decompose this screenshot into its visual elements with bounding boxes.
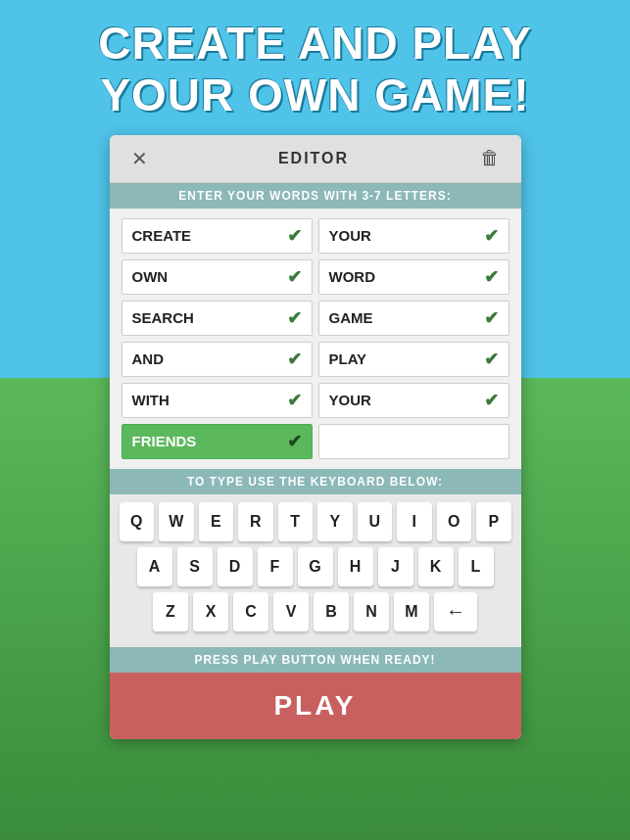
word-cell[interactable]: YOUR✔ (318, 383, 509, 418)
editor-header: ✕ EDITOR 🗑 (110, 135, 521, 183)
editor-panel: ✕ EDITOR 🗑 ENTER YOUR WORDS WITH 3-7 LET… (110, 135, 521, 739)
word-cell[interactable] (318, 424, 509, 459)
key-y[interactable]: Y (317, 502, 353, 541)
close-button[interactable]: ✕ (125, 145, 154, 172)
key-g[interactable]: G (298, 547, 333, 586)
key-c[interactable]: C (233, 592, 268, 631)
key-s[interactable]: S (177, 547, 213, 586)
key-j[interactable]: J (378, 547, 413, 586)
title-line1: CREATE AND PLAY (98, 18, 532, 69)
word-cell[interactable]: FRIENDS✔ (121, 424, 313, 459)
key-n[interactable]: N (354, 592, 389, 631)
key-z[interactable]: Z (153, 592, 188, 631)
keyboard-row: QWERTYUIOP (120, 502, 511, 541)
key-p[interactable]: P (476, 502, 511, 541)
key-r[interactable]: R (238, 502, 273, 541)
word-cell[interactable]: YOUR✔ (318, 218, 509, 254)
bottom-label: PRESS PLAY BUTTON WHEN READY! (110, 647, 521, 673)
keyboard-section: QWERTYUIOPASDFGHJKLZXCVBNM← (110, 494, 521, 647)
keyboard-label: TO TYPE USE THE KEYBOARD BELOW: (110, 469, 521, 494)
key-k[interactable]: K (418, 547, 454, 586)
key-h[interactable]: H (338, 547, 373, 586)
word-cell[interactable]: WITH✔ (121, 383, 313, 418)
key-x[interactable]: X (193, 592, 228, 631)
word-cell[interactable]: PLAY✔ (318, 342, 509, 377)
key-f[interactable]: F (258, 547, 293, 586)
word-cell[interactable]: AND✔ (121, 342, 313, 377)
word-cell[interactable]: OWN✔ (121, 259, 313, 295)
key-d[interactable]: D (218, 547, 253, 586)
key-u[interactable]: U (358, 502, 393, 541)
key-q[interactable]: Q (120, 502, 155, 541)
word-cell[interactable]: WORD✔ (318, 259, 509, 295)
title-line2: YOUR OWN GAME! (100, 70, 529, 120)
word-cell[interactable]: SEARCH✔ (121, 301, 313, 336)
key-e[interactable]: E (199, 502, 234, 541)
keyboard-row: ZXCVBNM← (120, 592, 511, 631)
header-title: CREATE AND PLAY YOUR OWN GAME! (59, 0, 571, 135)
words-grid: CREATE✔YOUR✔OWN✔WORD✔SEARCH✔GAME✔AND✔PLA… (110, 209, 521, 469)
key-i[interactable]: I (397, 502, 432, 541)
word-cell[interactable]: CREATE✔ (121, 218, 313, 254)
keyboard-row: ASDFGHJKL (120, 547, 511, 586)
key-a[interactable]: A (137, 547, 172, 586)
key-v[interactable]: V (273, 592, 309, 631)
play-button[interactable]: PLAY (110, 673, 521, 739)
instructions-label: ENTER YOUR WORDS WITH 3-7 LETTERS: (110, 183, 521, 209)
key-l[interactable]: L (459, 547, 494, 586)
editor-title: EDITOR (278, 150, 349, 167)
key-t[interactable]: T (278, 502, 314, 541)
word-cell[interactable]: GAME✔ (318, 301, 509, 336)
key-w[interactable]: W (159, 502, 194, 541)
backspace-key[interactable]: ← (434, 592, 477, 631)
key-o[interactable]: O (437, 502, 472, 541)
trash-button[interactable]: 🗑 (474, 145, 506, 171)
key-m[interactable]: M (394, 592, 429, 631)
key-b[interactable]: B (314, 592, 349, 631)
